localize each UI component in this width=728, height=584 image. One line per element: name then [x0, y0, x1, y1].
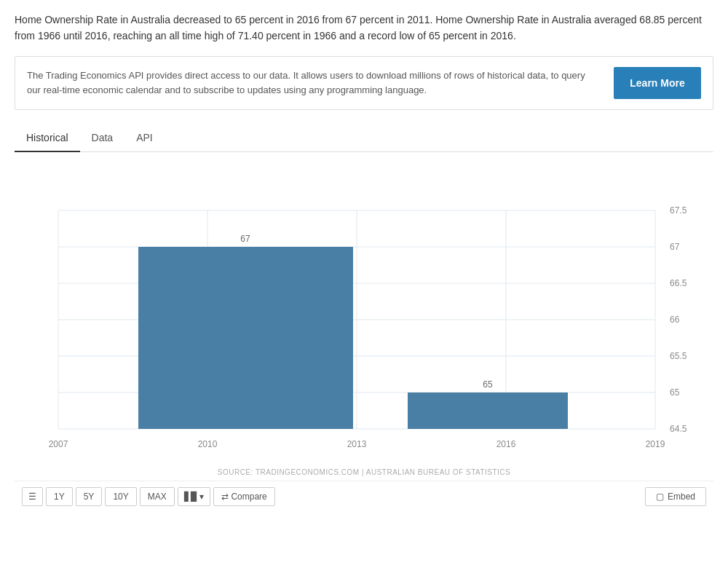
chart-source: SOURCE: TRADINGECONOMICS.COM | AUSTRALIA…	[15, 468, 713, 476]
svg-text:65: 65	[670, 387, 680, 398]
svg-text:2013: 2013	[347, 439, 367, 449]
svg-text:67.5: 67.5	[670, 205, 687, 216]
svg-text:65.5: 65.5	[670, 351, 687, 361]
max-button[interactable]: MAX	[140, 487, 175, 506]
bar-2016	[408, 392, 568, 429]
svg-text:2010: 2010	[198, 439, 218, 449]
toolbar-left: ☰ 1Y 5Y 10Y MAX ▋▉ ▾ ⇄ Compare	[22, 487, 275, 506]
main-container: Home Ownership Rate in Australia decreas…	[0, 0, 728, 524]
5y-button[interactable]: 5Y	[76, 487, 103, 506]
svg-text:2019: 2019	[646, 439, 665, 449]
svg-text:66: 66	[670, 315, 680, 325]
compare-button[interactable]: ⇄ Compare	[213, 487, 275, 506]
tab-historical[interactable]: Historical	[15, 125, 80, 152]
chart-type-icon: ▋▉ ▾	[184, 492, 204, 502]
api-banner: The Trading Economics API provides direc…	[15, 56, 713, 110]
svg-text:67: 67	[240, 234, 250, 244]
grid-icon: ☰	[28, 492, 36, 502]
tabs-container: Historical Data API	[15, 125, 713, 152]
embed-icon: ▢	[656, 492, 664, 502]
chart-svg: 67.5 67 66.5 66 65.5 65 64.5 2007 2010 2…	[15, 159, 713, 465]
toolbar: ☰ 1Y 5Y 10Y MAX ▋▉ ▾ ⇄ Compare ▢ Embed	[15, 481, 713, 512]
learn-more-button[interactable]: Learn More	[614, 67, 701, 99]
embed-button[interactable]: ▢ Embed	[645, 487, 706, 506]
svg-text:67: 67	[670, 242, 680, 252]
grid-icon-button[interactable]: ☰	[22, 487, 43, 506]
svg-text:2007: 2007	[49, 439, 68, 449]
bar-2010	[138, 247, 353, 429]
chart-container: 67.5 67 66.5 66 65.5 65 64.5 2007 2010 2…	[15, 159, 713, 465]
10y-button[interactable]: 10Y	[105, 487, 136, 506]
api-banner-text: The Trading Economics API provides direc…	[27, 68, 599, 97]
1y-button[interactable]: 1Y	[46, 487, 73, 506]
svg-text:66.5: 66.5	[670, 278, 687, 288]
svg-text:64.5: 64.5	[670, 424, 687, 434]
tab-data[interactable]: Data	[80, 125, 125, 152]
chart-type-button[interactable]: ▋▉ ▾	[178, 487, 210, 506]
compare-icon: ⇄	[221, 492, 231, 502]
svg-text:65: 65	[483, 379, 493, 390]
svg-text:2016: 2016	[496, 439, 516, 449]
tab-api[interactable]: API	[124, 125, 165, 152]
description-text: Home Ownership Rate in Australia decreas…	[15, 12, 713, 44]
toolbar-right: ▢ Embed	[645, 487, 706, 506]
